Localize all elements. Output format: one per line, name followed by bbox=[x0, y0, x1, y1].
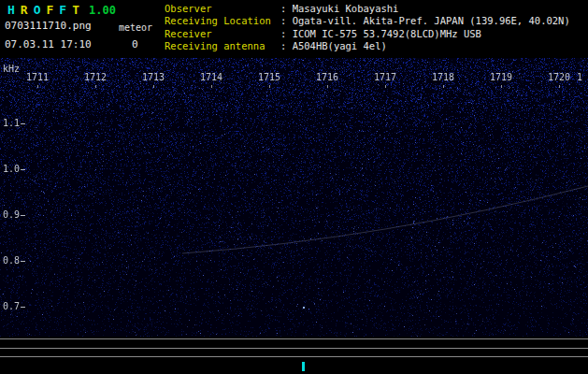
info-label: Receiving Location bbox=[165, 15, 280, 27]
freq-unit-label: kHz bbox=[3, 64, 20, 74]
time-tick-mark bbox=[95, 85, 96, 88]
freq-tick: 1.0 bbox=[3, 164, 25, 174]
time-tick-label: 1714 bbox=[200, 72, 222, 82]
title-letter: F bbox=[46, 3, 53, 17]
info-label: Observer bbox=[165, 3, 280, 15]
freq-tick: 0.9 bbox=[3, 209, 25, 220]
time-tick-mark bbox=[153, 85, 154, 88]
time-tick-mark bbox=[327, 85, 328, 88]
time-tick-mark bbox=[37, 85, 38, 88]
time-tick-label: 1717 bbox=[374, 72, 396, 82]
freq-tick: 0.7 bbox=[3, 301, 25, 311]
time-tick-mark bbox=[269, 85, 270, 88]
freq-axis-unit: kHz bbox=[3, 64, 20, 74]
title-letter: H bbox=[7, 3, 15, 17]
hrofft-screen: { "header": { "title_letters": ["H","R",… bbox=[0, 0, 588, 374]
time-tick-label: 1718 bbox=[432, 72, 454, 82]
time-tick-label: 1719 bbox=[490, 72, 512, 82]
title-letter: F bbox=[59, 3, 66, 17]
freq-tick-label: 0.7 bbox=[3, 301, 20, 311]
info-row-receiving-antenna: Receiving antenna: A504HB(yagi 4el) bbox=[165, 40, 570, 52]
time-tick-label: 1712 bbox=[84, 72, 107, 82]
level-panel-top-line bbox=[0, 338, 588, 339]
level-panel-bottom-line bbox=[0, 356, 588, 357]
info-row-receiver: Receiver: ICOM IC-575 53.7492(8LCD)MHz U… bbox=[165, 28, 570, 40]
time-tick-mark bbox=[385, 85, 386, 88]
time-tick-label-partial: 1 bbox=[577, 72, 582, 82]
info-value: : Masayuki Kobayashi bbox=[280, 3, 398, 15]
spectrogram-canvas bbox=[0, 58, 588, 337]
title-letter: T bbox=[72, 3, 79, 17]
time-tick-mark bbox=[211, 85, 212, 88]
time-tick-mark bbox=[559, 85, 560, 88]
info-value: : A504HB(yagi 4el) bbox=[280, 40, 387, 52]
freq-tick-label: 1.0 bbox=[3, 164, 20, 174]
title-letter: O bbox=[34, 3, 41, 17]
freq-tick-label: 0.9 bbox=[3, 209, 20, 220]
freq-tick-mark bbox=[21, 169, 25, 170]
freq-tick-mark bbox=[21, 261, 25, 262]
info-label: Receiving antenna bbox=[165, 40, 280, 52]
time-tick-mark bbox=[501, 85, 502, 88]
spectrogram-panel: 1711 1712 1713 1714 1715 1716 1717 1718 … bbox=[0, 58, 588, 337]
freq-tick: 0.8 bbox=[3, 255, 25, 266]
freq-tick-mark bbox=[21, 215, 25, 216]
time-marker-tick bbox=[302, 362, 305, 371]
freq-tick-mark bbox=[21, 307, 25, 308]
level-panel-mid-line bbox=[0, 348, 588, 349]
title-letter: R bbox=[21, 3, 28, 17]
filename-label: 0703111710.png bbox=[5, 20, 92, 32]
time-tick-label: 1713 bbox=[142, 72, 165, 82]
info-row-observer: Observer: Masayuki Kobayashi bbox=[165, 3, 570, 15]
freq-tick-mark bbox=[21, 123, 25, 124]
time-tick-label: 1715 bbox=[258, 72, 280, 82]
info-label: Receiver bbox=[165, 28, 280, 40]
datetime-label: 07.03.11 17:10 bbox=[5, 38, 92, 50]
freq-tick-label: 1.1 bbox=[3, 118, 20, 128]
freq-tick-label: 0.8 bbox=[3, 255, 20, 266]
time-tick-label: 1711 bbox=[26, 72, 49, 82]
version-label: 1.00 bbox=[89, 4, 116, 17]
freq-tick: 1.1 bbox=[3, 118, 25, 128]
info-row-receiving-location: Receiving Location: Ogata-vill. Akita-Pr… bbox=[165, 15, 570, 27]
mode-label: meteor bbox=[119, 22, 152, 33]
time-tick-label: 1720 bbox=[548, 72, 570, 82]
app-title: HROFFT1.00 bbox=[7, 3, 116, 17]
info-value: : Ogata-vill. Akita-Pref. JAPAN (139.96E… bbox=[280, 15, 570, 27]
observation-info: Observer: Masayuki Kobayashi Receiving L… bbox=[165, 3, 570, 53]
info-value: : ICOM IC-575 53.7492(8LCD)MHz USB bbox=[280, 28, 481, 40]
time-tick-label: 1716 bbox=[316, 72, 338, 82]
meteor-count: 0 bbox=[132, 38, 138, 50]
time-tick-mark bbox=[443, 85, 444, 88]
